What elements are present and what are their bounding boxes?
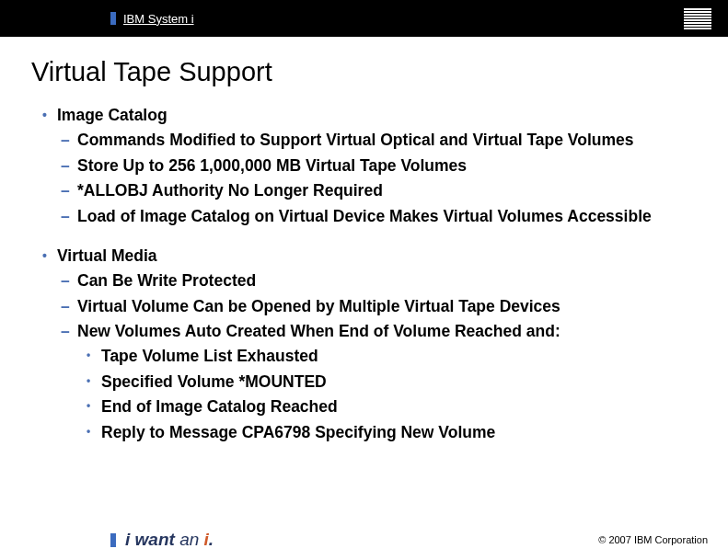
brand-mark-icon xyxy=(110,12,116,25)
slide: IBM System i Virtual Tape Support Image … xyxy=(0,0,728,560)
product-line-text: IBM System i xyxy=(123,12,194,26)
section-heading: Virtual Media Can Be Write Protected Vir… xyxy=(40,245,695,444)
list-item: Can Be Write Protected xyxy=(57,269,695,292)
list-item: End of Image Catalog Reached xyxy=(77,395,695,418)
item-text: End of Image Catalog Reached xyxy=(101,397,338,416)
brand-mark-icon xyxy=(110,533,116,547)
item-text: Can Be Write Protected xyxy=(77,271,256,290)
sub-sub-list: Tape Volume List Exhausted Specified Vol… xyxy=(77,345,695,444)
slide-content: Image Catalog Commands Modified to Suppo… xyxy=(0,104,728,520)
section-heading-text: Image Catalog xyxy=(57,106,168,124)
section-heading-text: Virtual Media xyxy=(57,246,157,265)
list-item: *ALLOBJ Authority No Longer Required xyxy=(57,179,695,202)
tagline-an: an xyxy=(179,530,203,549)
slide-title: Virtual Tape Support xyxy=(31,57,728,87)
item-text: Reply to Message CPA6798 Specifying New … xyxy=(101,423,495,441)
item-text: Virtual Volume Can be Opened by Multiple… xyxy=(77,297,560,315)
footer-left: i want an i. xyxy=(110,530,214,550)
tagline-prefix: i want xyxy=(125,530,179,549)
copyright: © 2007 IBM Corporation xyxy=(598,534,708,545)
section-heading: Image Catalog Commands Modified to Suppo… xyxy=(40,104,695,228)
footer-bar: i want an i. © 2007 IBM Corporation xyxy=(0,520,728,560)
list-item: Virtual Volume Can be Opened by Multiple… xyxy=(57,295,695,318)
list-item: Reply to Message CPA6798 Specifying New … xyxy=(77,421,695,444)
header-left: IBM System i xyxy=(110,12,194,26)
list-item: Tape Volume List Exhausted xyxy=(77,345,695,368)
bullet-section-1: Virtual Media Can Be Write Protected Vir… xyxy=(40,245,695,444)
list-item: Load of Image Catalog on Virtual Device … xyxy=(57,205,695,228)
sub-list: Commands Modified to Support Virtual Opt… xyxy=(57,129,695,228)
list-item: Commands Modified to Support Virtual Opt… xyxy=(57,129,695,152)
product-line: IBM System i xyxy=(123,12,194,26)
tagline-dot: . xyxy=(209,530,214,549)
item-text: Specified Volume *MOUNTED xyxy=(101,372,327,391)
list-item: Specified Volume *MOUNTED xyxy=(77,371,695,394)
bullet-section-0: Image Catalog Commands Modified to Suppo… xyxy=(40,104,695,228)
list-item: New Volumes Auto Created When End of Vol… xyxy=(57,320,695,444)
ibm-logo-icon xyxy=(684,8,711,29)
item-text: New Volumes Auto Created When End of Vol… xyxy=(77,322,560,340)
item-text: Store Up to 256 1,000,000 MB Virtual Tap… xyxy=(77,156,467,175)
tagline: i want an i. xyxy=(125,530,214,550)
item-text: *ALLOBJ Authority No Longer Required xyxy=(77,181,383,200)
list-item: Store Up to 256 1,000,000 MB Virtual Tap… xyxy=(57,154,695,177)
header-bar: IBM System i xyxy=(0,0,728,37)
item-text: Load of Image Catalog on Virtual Device … xyxy=(77,207,652,225)
sub-list: Can Be Write Protected Virtual Volume Ca… xyxy=(57,269,695,444)
item-text: Tape Volume List Exhausted xyxy=(101,347,318,365)
item-text: Commands Modified to Support Virtual Opt… xyxy=(77,131,633,149)
